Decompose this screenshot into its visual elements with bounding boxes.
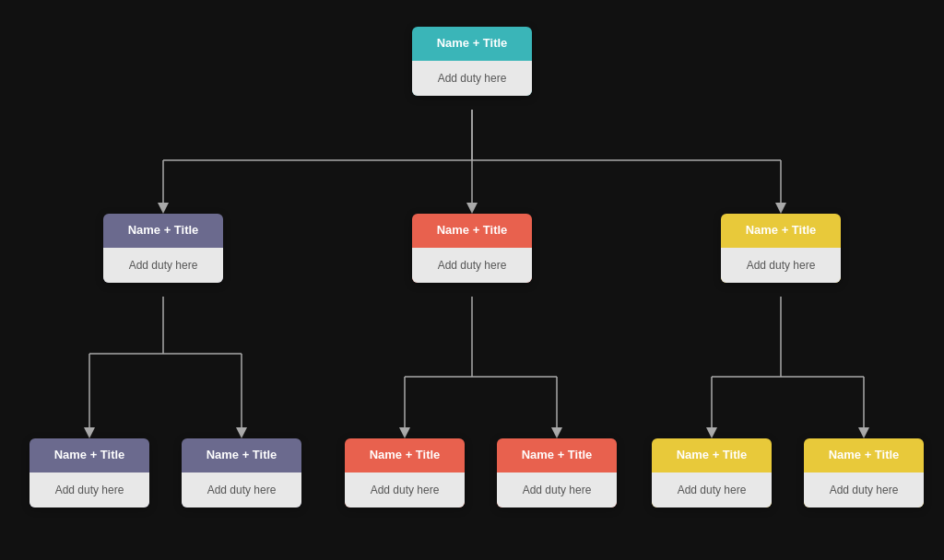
card-mid-left-label: Name + Title <box>128 223 199 237</box>
card-rr-duty: Add duty here <box>830 484 899 496</box>
card-rr[interactable]: Name + Title Add duty here <box>804 438 924 508</box>
card-rl-body: Add duty here <box>652 472 772 508</box>
card-rl-header: Name + Title <box>652 438 772 472</box>
card-lr-duty: Add duty here <box>207 484 277 496</box>
card-mid-right-body: Add duty here <box>721 248 841 283</box>
card-ll-body: Add duty here <box>30 472 149 508</box>
card-root[interactable]: Name + Title Add duty here <box>412 27 532 96</box>
card-cl-duty: Add duty here <box>371 484 440 496</box>
card-mid-center-body: Add duty here <box>412 248 532 283</box>
card-lr-header: Name + Title <box>182 438 301 472</box>
card-cl-body: Add duty here <box>345 472 465 508</box>
card-cl-label: Name + Title <box>370 448 441 461</box>
card-ll-label: Name + Title <box>54 448 125 461</box>
card-rl-duty: Add duty here <box>678 484 747 496</box>
card-rr-body: Add duty here <box>804 472 924 508</box>
card-rr-label: Name + Title <box>829 448 900 461</box>
card-cr-body: Add duty here <box>497 472 617 508</box>
card-lr-body: Add duty here <box>182 472 301 508</box>
card-mid-right[interactable]: Name + Title Add duty here <box>721 214 841 283</box>
card-cl-header: Name + Title <box>345 438 465 472</box>
card-mid-right-label: Name + Title <box>746 223 817 237</box>
card-mid-left[interactable]: Name + Title Add duty here <box>103 214 223 283</box>
card-mid-right-duty: Add duty here <box>747 259 816 272</box>
card-mid-right-header: Name + Title <box>721 214 841 248</box>
card-mid-left-body: Add duty here <box>103 248 223 283</box>
card-mid-center-duty: Add duty here <box>438 259 507 272</box>
card-cr-label: Name + Title <box>522 448 593 461</box>
card-cr[interactable]: Name + Title Add duty here <box>497 438 617 508</box>
card-cr-duty: Add duty here <box>523 484 592 496</box>
card-ll[interactable]: Name + Title Add duty here <box>30 438 149 508</box>
card-mid-left-duty: Add duty here <box>129 259 198 272</box>
card-lr[interactable]: Name + Title Add duty here <box>182 438 301 508</box>
card-mid-center-header: Name + Title <box>412 214 532 248</box>
card-lr-label: Name + Title <box>206 448 277 461</box>
card-mid-left-header: Name + Title <box>103 214 223 248</box>
card-cr-header: Name + Title <box>497 438 617 472</box>
card-mid-center-label: Name + Title <box>437 223 508 237</box>
card-rr-header: Name + Title <box>804 438 924 472</box>
card-rl[interactable]: Name + Title Add duty here <box>652 438 772 508</box>
card-root-body: Add duty here <box>412 61 532 96</box>
org-chart: Name + Title Add duty here Name + Title … <box>20 13 924 547</box>
card-cl[interactable]: Name + Title Add duty here <box>345 438 465 508</box>
card-root-duty: Add duty here <box>438 72 507 85</box>
card-root-label: Name + Title <box>437 36 508 50</box>
card-rl-label: Name + Title <box>677 448 748 461</box>
card-mid-center[interactable]: Name + Title Add duty here <box>412 214 532 283</box>
card-root-header: Name + Title <box>412 27 532 61</box>
card-ll-duty: Add duty here <box>55 484 124 496</box>
card-ll-header: Name + Title <box>30 438 149 472</box>
